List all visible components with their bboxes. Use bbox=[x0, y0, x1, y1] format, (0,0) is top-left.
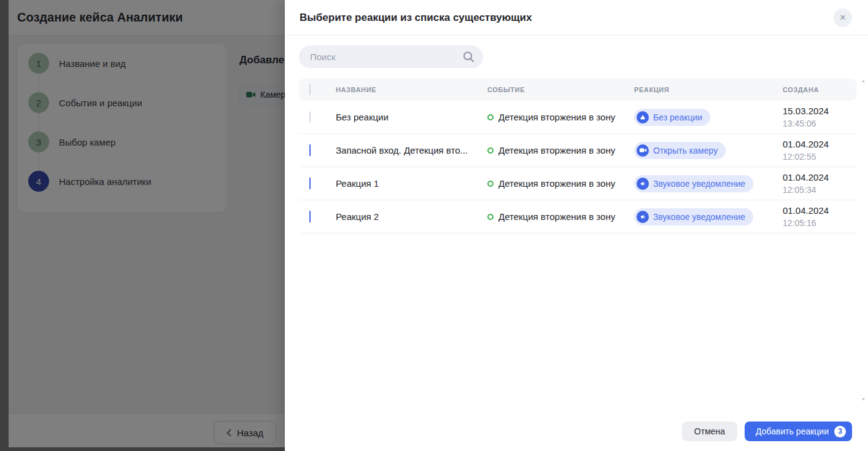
reaction-badge: Звуковое уведомление bbox=[634, 208, 753, 226]
modal-footer: Отмена Добавить реакции 3 bbox=[285, 412, 868, 451]
event-status-icon bbox=[487, 147, 494, 154]
close-icon[interactable]: ✕ bbox=[834, 9, 852, 27]
created-date: 15.03.2024 bbox=[783, 105, 856, 117]
row-checkbox[interactable] bbox=[309, 211, 311, 222]
modal-title: Выберите реакции из списка существующих bbox=[300, 12, 532, 24]
event-label: Детекция вторжения в зону bbox=[498, 211, 615, 222]
table-header-row: НАЗВАНИЕ СОБЫТИЕ РЕАКЦИЯ СОЗДАНА bbox=[299, 79, 856, 101]
column-header-name: НАЗВАНИЕ bbox=[336, 86, 487, 93]
column-header-reaction: РЕАКЦИЯ bbox=[634, 86, 783, 93]
search-field bbox=[299, 45, 483, 68]
event-cell: Детекция вторжения в зону bbox=[487, 145, 634, 155]
reaction-badge: Без реакции bbox=[634, 109, 710, 126]
created-date: 01.04.2024 bbox=[783, 171, 856, 184]
reaction-name: Без реакции bbox=[336, 112, 487, 122]
scroll-down-icon[interactable]: ▼ bbox=[861, 397, 866, 401]
event-label: Детекция вторжения в зону bbox=[498, 145, 615, 155]
event-cell: Детекция вторжения в зону bbox=[487, 178, 634, 189]
row-checkbox[interactable] bbox=[309, 111, 311, 123]
scroll-up-icon[interactable]: ▲ bbox=[861, 79, 866, 83]
created-time: 12:05:16 bbox=[783, 217, 856, 229]
event-status-icon bbox=[487, 114, 494, 120]
event-cell: Детекция вторжения в зону bbox=[487, 112, 634, 122]
event-status-icon bbox=[487, 214, 494, 220]
add-reactions-label: Добавить реакции bbox=[756, 426, 829, 436]
created-date: 01.04.2024 bbox=[783, 138, 856, 151]
created-cell: 01.04.2024 12:05:34 bbox=[783, 171, 856, 196]
column-header-created: СОЗДАНА bbox=[783, 86, 856, 93]
created-cell: 01.04.2024 12:05:16 bbox=[783, 205, 856, 229]
reaction-badge: Открыть камеру bbox=[634, 142, 726, 159]
modal-header: Выберите реакции из списка существующих … bbox=[285, 0, 868, 36]
add-reactions-button[interactable]: Добавить реакции 3 bbox=[745, 422, 852, 441]
select-all-checkbox[interactable] bbox=[309, 84, 311, 95]
row-checkbox[interactable] bbox=[309, 178, 311, 189]
reaction-badge-label: Открыть камеру bbox=[653, 146, 718, 155]
event-cell: Детекция вторжения в зону bbox=[487, 211, 634, 222]
created-time: 13:45:06 bbox=[783, 117, 856, 130]
open-camera-icon bbox=[637, 144, 649, 157]
search-icon bbox=[463, 51, 475, 63]
search-input[interactable] bbox=[299, 45, 483, 68]
table-row[interactable]: Реакция 1 Детекция вторжения в зону Звук… bbox=[299, 167, 856, 200]
cancel-button[interactable]: Отмена bbox=[682, 422, 737, 441]
table-row[interactable]: Реакция 2 Детекция вторжения в зону Звук… bbox=[299, 200, 856, 233]
event-label: Детекция вторжения в зону bbox=[498, 112, 615, 122]
reaction-name: Запасной вход. Детекция вто... bbox=[336, 145, 487, 155]
reaction-badge: Звуковое уведомление bbox=[634, 175, 753, 192]
sound-icon bbox=[637, 211, 649, 223]
created-date: 01.04.2024 bbox=[783, 205, 856, 217]
reactions-table: НАЗВАНИЕ СОБЫТИЕ РЕАКЦИЯ СОЗДАНА Без реа… bbox=[299, 79, 856, 233]
reaction-name: Реакция 1 bbox=[336, 178, 487, 189]
created-cell: 15.03.2024 13:45:06 bbox=[783, 105, 856, 130]
created-cell: 01.04.2024 12:02:55 bbox=[783, 138, 856, 163]
reaction-name: Реакция 2 bbox=[336, 211, 487, 222]
event-label: Детекция вторжения в зону bbox=[498, 178, 615, 189]
row-checkbox[interactable] bbox=[309, 144, 311, 156]
created-time: 12:05:34 bbox=[783, 184, 856, 196]
table-row[interactable]: Без реакции Детекция вторжения в зону Бе… bbox=[299, 101, 856, 134]
reaction-badge-label: Звуковое уведомление bbox=[653, 179, 745, 189]
reaction-badge-label: Без реакции bbox=[653, 112, 702, 122]
column-header-event: СОБЫТИЕ bbox=[487, 86, 634, 93]
event-status-icon bbox=[487, 181, 494, 187]
selected-count-badge: 3 bbox=[834, 426, 846, 437]
select-reactions-modal: Выберите реакции из списка существующих … bbox=[285, 0, 868, 451]
sound-icon bbox=[637, 178, 649, 190]
no-reaction-icon bbox=[637, 111, 649, 124]
created-time: 12:02:55 bbox=[783, 151, 856, 163]
reaction-badge-label: Звуковое уведомление bbox=[653, 212, 745, 222]
table-row[interactable]: Запасной вход. Детекция вто... Детекция … bbox=[299, 134, 856, 167]
